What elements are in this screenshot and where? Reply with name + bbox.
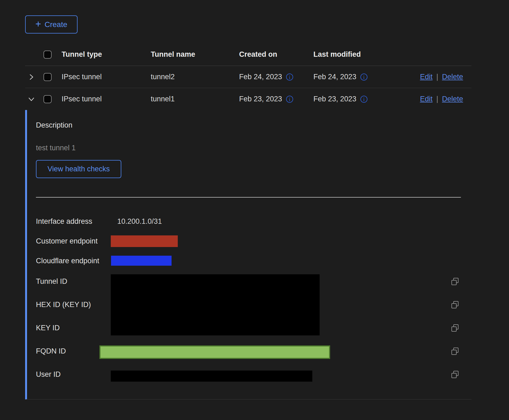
created-date: Feb 24, 2023: [239, 73, 282, 81]
modified-date: Feb 23, 2023: [313, 95, 356, 103]
delete-link[interactable]: Delete: [442, 95, 463, 103]
col-created-on: Created on: [239, 50, 313, 59]
cell-actions: Edit | Delete: [420, 95, 471, 103]
svg-text:i: i: [289, 96, 290, 102]
customer-endpoint-label: Customer endpoint: [36, 237, 98, 245]
table-row: IPsec tunnel tunnel2 Feb 24, 2023 i Feb …: [25, 66, 471, 88]
chevron-right-icon: [28, 74, 35, 81]
user-id-label: User ID: [36, 370, 61, 379]
copy-icon: [451, 370, 459, 379]
tunnel-id-label: Tunnel ID: [36, 277, 67, 286]
edit-link[interactable]: Edit: [420, 95, 433, 103]
copy-fqdn-id-button[interactable]: [451, 347, 459, 356]
tunnels-page: { "create_button": { "plus_sign": "+", "…: [0, 0, 509, 420]
col-tunnel-name: Tunnel name: [151, 50, 239, 59]
description-value: test tunnel 1: [36, 144, 76, 152]
fqdn-id-label: FQDN ID: [36, 347, 66, 355]
create-button-label: Create: [45, 20, 67, 29]
info-icon[interactable]: i: [286, 95, 294, 103]
create-button[interactable]: + Create: [25, 15, 78, 34]
interface-address-value: 10.200.1.0/31: [117, 217, 162, 226]
expand-row-button[interactable]: [27, 73, 35, 81]
row-checkbox[interactable]: [43, 95, 52, 103]
cell-last-modified: Feb 24, 2023 i: [313, 73, 416, 81]
cloudflare-endpoint-redacted-value: [111, 256, 172, 266]
table-row: IPsec tunnel tunnel1 Feb 23, 2023 i Feb …: [25, 88, 471, 110]
cell-tunnel-name: tunnel2: [151, 73, 239, 81]
copy-key-id-button[interactable]: [451, 324, 459, 332]
ids-redacted-value: [111, 274, 320, 335]
tunnel-detail-panel: Description test tunnel 1 View health ch…: [25, 110, 471, 399]
copy-tunnel-id-button[interactable]: [451, 277, 459, 286]
edit-link[interactable]: Edit: [420, 73, 433, 81]
customer-endpoint-redacted-value: [111, 235, 178, 247]
cell-tunnel-name: tunnel1: [151, 95, 239, 103]
info-icon[interactable]: i: [286, 73, 294, 81]
description-label: Description: [36, 121, 72, 129]
col-tunnel-type: Tunnel type: [62, 50, 151, 59]
copy-icon: [451, 301, 459, 309]
tunnels-table: Tunnel type Tunnel name Created on Last …: [25, 43, 471, 110]
copy-icon: [451, 347, 459, 356]
delete-link[interactable]: Delete: [442, 73, 463, 81]
cell-created-on: Feb 23, 2023 i: [239, 95, 313, 103]
col-last-modified: Last modified: [313, 50, 416, 59]
user-id-redacted-value: [111, 371, 312, 382]
view-health-checks-button[interactable]: View health checks: [36, 160, 121, 178]
collapse-row-button[interactable]: [27, 95, 35, 103]
cell-tunnel-type: IPsec tunnel: [62, 73, 151, 81]
plus-icon: +: [35, 19, 41, 29]
cell-actions: Edit | Delete: [420, 73, 471, 81]
table-header-row: Tunnel type Tunnel name Created on Last …: [25, 43, 471, 66]
action-separator: |: [436, 95, 438, 103]
row-checkbox[interactable]: [43, 73, 52, 81]
chevron-down-icon: [28, 96, 35, 103]
cloudflare-endpoint-label: Cloudflare endpoint: [36, 256, 99, 265]
copy-icon: [451, 277, 459, 286]
select-all-checkbox[interactable]: [43, 51, 52, 59]
info-icon[interactable]: i: [360, 73, 368, 81]
copy-user-id-button[interactable]: [451, 370, 459, 379]
cell-created-on: Feb 24, 2023 i: [239, 73, 313, 81]
svg-text:i: i: [363, 96, 365, 102]
cell-last-modified: Feb 23, 2023 i: [313, 95, 416, 103]
hex-id-label: HEX ID (KEY ID): [36, 300, 91, 309]
created-date: Feb 23, 2023: [239, 95, 282, 103]
svg-text:i: i: [363, 74, 365, 80]
action-separator: |: [436, 73, 438, 81]
modified-date: Feb 24, 2023: [313, 73, 356, 81]
copy-hex-id-button[interactable]: [451, 301, 459, 309]
svg-text:i: i: [289, 74, 290, 80]
section-divider: [36, 197, 461, 198]
interface-address-label: Interface address: [36, 217, 92, 226]
copy-icon: [451, 324, 459, 332]
info-icon[interactable]: i: [360, 95, 368, 103]
cell-tunnel-type: IPsec tunnel: [62, 95, 151, 103]
fqdn-id-redacted-value: [99, 345, 330, 359]
key-id-label: KEY ID: [36, 324, 60, 332]
